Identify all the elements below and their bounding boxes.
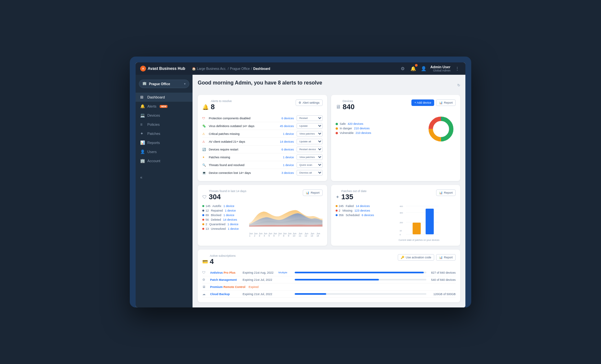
subscription-row: 🛡 Antivirus Pro Plus Expiring 21st Aug, … bbox=[202, 269, 456, 276]
alert-action[interactable]: Dismiss all bbox=[297, 170, 323, 176]
threat-label: Repaired bbox=[210, 209, 224, 212]
settings-icon: ⚙ bbox=[299, 101, 301, 104]
patch-item: 2 Missing 123 devices bbox=[336, 209, 378, 212]
sub-name[interactable]: Premium Remote Control bbox=[210, 285, 246, 289]
alert-action[interactable]: Restart bbox=[297, 115, 323, 121]
activation-code-btn[interactable]: 🔑 Use activation code bbox=[398, 254, 434, 261]
office-selector[interactable]: 🏢 Prague Office ▾ bbox=[139, 80, 189, 88]
alert-count[interactable]: 3 devices bbox=[278, 171, 294, 175]
devices-report-label: Report bbox=[444, 101, 453, 104]
threats-card-label: Threats found in last 14 days bbox=[209, 189, 247, 193]
alert-count[interactable]: 6 devices bbox=[278, 148, 294, 151]
add-device-btn[interactable]: + Add device bbox=[411, 99, 434, 106]
breadcrumb-item-2[interactable]: Prague Office bbox=[230, 67, 250, 71]
alert-row: 🛡 Protection components disabled 6 devic… bbox=[202, 114, 323, 122]
alert-settings-btn[interactable]: ⚙ Alert settings bbox=[296, 99, 322, 106]
alert-select[interactable]: Quick scan bbox=[297, 162, 323, 168]
threat-link[interactable]: 1 device bbox=[223, 214, 234, 217]
alert-count[interactable]: 1 device bbox=[278, 163, 294, 167]
legend-dot bbox=[336, 127, 338, 130]
alert-action[interactable]: Quick scan bbox=[297, 162, 323, 168]
threat-link[interactable]: 1 device bbox=[223, 204, 234, 208]
threat-link[interactable]: 14 devices bbox=[223, 218, 237, 221]
alert-text: Critical patches missing bbox=[209, 132, 275, 136]
patches-count: 135 bbox=[341, 193, 354, 201]
alert-select[interactable]: Update all bbox=[297, 139, 323, 144]
alert-select[interactable]: Restart devices bbox=[297, 147, 323, 152]
sidebar-collapse-btn[interactable]: « bbox=[136, 172, 193, 183]
threats-report-btn[interactable]: 📊 Report bbox=[303, 189, 322, 196]
patch-item: 356 Scheduled 6 devices bbox=[336, 214, 378, 217]
refresh-icon[interactable]: ↻ bbox=[457, 83, 460, 87]
threats-legend: 145 Autofix 1 device 12 Repaired 1 devic… bbox=[202, 204, 245, 237]
devices-report-btn[interactable]: 📊 Report bbox=[436, 99, 456, 106]
dashboard-label: Dashboard bbox=[147, 95, 165, 99]
legend-link[interactable]: 210 devices bbox=[354, 127, 370, 130]
sidebar-item-policies[interactable]: ≡ Policies bbox=[136, 120, 193, 129]
sidebar-item-users[interactable]: 👤 Users bbox=[136, 147, 193, 156]
device-legend: Safe 420 devices In danger 210 devices V… bbox=[336, 122, 420, 136]
sidebar-item-patches[interactable]: ✦ Patches bbox=[136, 129, 193, 138]
sidebar-item-account[interactable]: 🏢 Account bbox=[136, 156, 193, 165]
alert-select[interactable]: View patches bbox=[297, 154, 323, 160]
brand-name: Avast Business Hub bbox=[148, 66, 185, 71]
patch-link[interactable]: 6 devices bbox=[362, 214, 374, 217]
patch-link[interactable]: 14 devices bbox=[356, 204, 370, 208]
sub-name[interactable]: Cloud Backup bbox=[210, 292, 230, 296]
top-nav-right: ⚙ 🔔 👤 Admin User Global Admin ⋮ bbox=[399, 65, 461, 72]
alert-action[interactable]: View patches bbox=[297, 131, 323, 136]
main-content: Good morning Admin, you have 8 alerts to… bbox=[193, 75, 465, 307]
account-icon: 🏢 bbox=[140, 159, 145, 163]
breadcrumb-item-1[interactable]: Large Business Acc. bbox=[197, 67, 227, 71]
threat-item: 145 Autofix 1 device bbox=[202, 204, 245, 208]
settings-icon[interactable]: ⚙ bbox=[399, 65, 406, 72]
alert-select[interactable]: Restart bbox=[297, 115, 323, 121]
alert-count[interactable]: 1 device bbox=[278, 132, 294, 136]
alert-action[interactable]: Restart devices bbox=[297, 147, 323, 152]
threat-link[interactable]: 1 device bbox=[228, 227, 239, 230]
threat-item: 2 Quarantined 1 device bbox=[202, 223, 245, 226]
subscription-row: 🖥 Premium Remote Control Expired bbox=[202, 283, 456, 291]
subscriptions-count: 4 bbox=[210, 257, 214, 266]
policies-icon: ≡ bbox=[140, 122, 145, 127]
account-label: Account bbox=[147, 159, 160, 163]
alert-action[interactable]: Update all bbox=[297, 139, 323, 144]
sidebar-item-devices[interactable]: 💻 Devices bbox=[136, 111, 193, 120]
alert-count[interactable]: 1 device bbox=[278, 156, 294, 159]
sidebar: 🏢 Prague Office ▾ ⊞ Dashboard 🔔 Alerts N… bbox=[136, 75, 193, 307]
alert-count[interactable]: 6 devices bbox=[278, 117, 294, 120]
alert-action[interactable]: View patches bbox=[297, 154, 323, 160]
alert-count[interactable]: 45 devices bbox=[278, 124, 294, 128]
brand-logo: A bbox=[140, 66, 146, 72]
svg-text:10: 10 bbox=[399, 230, 402, 232]
sidebar-item-alerts[interactable]: 🔔 Alerts NEW bbox=[136, 102, 193, 111]
alert-row: ✦ Patches missing 1 device View patches bbox=[202, 153, 323, 161]
sidebar-item-reports[interactable]: 📊 Reports bbox=[136, 138, 193, 147]
threat-link[interactable]: 1 device bbox=[228, 223, 239, 226]
alert-count[interactable]: 14 devices bbox=[278, 140, 294, 143]
alert-select[interactable]: Update bbox=[297, 123, 323, 129]
notification-icon[interactable]: 🔔 bbox=[409, 65, 417, 72]
threat-dot bbox=[202, 214, 204, 216]
office-name: Prague Office bbox=[149, 82, 170, 86]
legend-link[interactable]: 420 devices bbox=[348, 122, 363, 125]
chevron-down-icon: ▾ bbox=[184, 82, 186, 85]
subscriptions-report-btn[interactable]: 📊 Report bbox=[436, 254, 456, 261]
threat-item: 89 Blocked 1 device bbox=[202, 214, 245, 217]
user-icon[interactable]: 👤 bbox=[420, 65, 427, 72]
svg-text:0: 0 bbox=[399, 234, 401, 236]
sidebar-item-dashboard[interactable]: ⊞ Dashboard bbox=[136, 93, 193, 102]
alert-select[interactable]: View patches bbox=[297, 131, 323, 136]
threat-item: 13 Unresolved 1 device bbox=[202, 227, 245, 230]
svg-text:400: 400 bbox=[399, 205, 403, 207]
sub-name[interactable]: Patch Management bbox=[210, 278, 237, 281]
alert-action[interactable]: Update bbox=[297, 123, 323, 129]
sub-expiry: Expired bbox=[249, 285, 281, 289]
patches-report-btn[interactable]: 📊 Report bbox=[436, 189, 456, 196]
alert-select[interactable]: Dismiss all bbox=[297, 170, 323, 176]
threat-link[interactable]: 1 device bbox=[225, 209, 236, 212]
patch-link[interactable]: 123 devices bbox=[354, 209, 370, 212]
menu-icon[interactable]: ⋮ bbox=[454, 65, 461, 72]
legend-link[interactable]: 210 devices bbox=[355, 131, 371, 135]
sub-name[interactable]: Antivirus Pro Plus bbox=[210, 271, 235, 274]
